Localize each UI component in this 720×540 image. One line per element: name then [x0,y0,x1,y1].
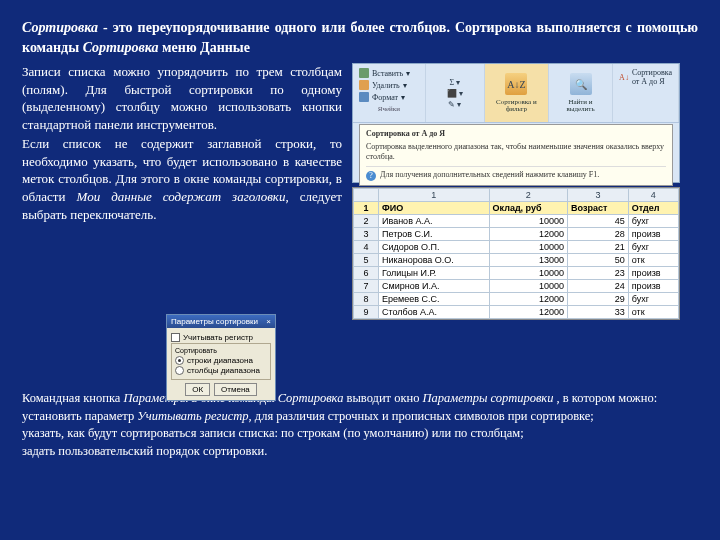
case-checkbox [171,333,180,342]
cancel-button: Отмена [214,383,257,396]
table-row: 3Петров С.И.1200028произв [354,228,679,241]
sort-az-item: A↓Сортировка от А до Я [619,68,672,86]
table-row: 9Столбов А.А.1200033отк [354,306,679,319]
ok-button: ОК [185,383,210,396]
ribbon: Вставить ▾ Удалить ▾ Формат ▾ Ячейки Σ ▾… [352,63,680,183]
table-row: 8Еремеев С.С.1200029бухг [354,293,679,306]
table-row: 7Смирнов И.А.1000024произв [354,280,679,293]
excel-screenshot: Вставить ▾ Удалить ▾ Формат ▾ Ячейки Σ ▾… [352,63,680,320]
find-icon: 🔍 [570,73,592,95]
sort-icon: A↓Z [505,73,527,95]
table-row: 6Голицын И.Р.1000023произв [354,267,679,280]
data-table: 12341ФИООклад, рубВозрастОтдел2Иванов А.… [352,187,680,320]
delete-button: Удалить ▾ [359,80,419,90]
close-icon: × [266,317,271,326]
page-title: Сортировка - это переупорядочивание одно… [22,18,698,57]
find-button: 🔍 Найти и выделить [549,64,613,122]
tooltip: Сортировка от А до Я Сортировка выделенн… [359,124,673,186]
table-row: 5Никанорова О.О.1300050отк [354,254,679,267]
rows-radio [175,356,184,365]
format-button: Формат ▾ [359,92,419,102]
body-paragraph: Записи списка можно упорядочить по трем … [22,63,342,320]
sort-filter-button: A↓Z Сортировка и фильтр [485,64,549,122]
footer-text: Командная кнопка Параметры в окне команд… [22,390,698,460]
help-icon: ? [366,171,376,181]
table-row: 4Сидоров О.П.1000021бухг [354,241,679,254]
cols-radio [175,366,184,375]
sort-params-dialog: Параметры сортировки× Учитывать регистр … [166,314,276,401]
insert-button: Вставить ▾ [359,68,419,78]
table-row: 2Иванов А.А.1000045бухг [354,215,679,228]
